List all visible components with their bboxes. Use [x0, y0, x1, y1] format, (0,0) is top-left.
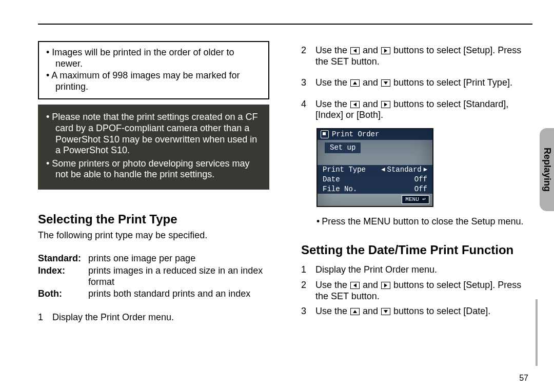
- section-tab-label: Replaying: [542, 148, 552, 192]
- lcd-key: File No.: [323, 185, 414, 194]
- text: Use the: [315, 77, 350, 88]
- step-body: Use the and buttons to select [Standard]…: [315, 99, 532, 121]
- info-item: A maximum of 998 images may be marked fo…: [46, 70, 261, 92]
- definition-row: Standard: prints one image per page: [38, 253, 269, 264]
- right-column: 2 Use the and buttons to select [Setup].…: [301, 41, 532, 372]
- up-arrow-icon: [350, 79, 360, 87]
- step-number: 2: [301, 280, 315, 291]
- lcd-value: Off: [414, 175, 427, 184]
- text: Standard: [387, 166, 422, 174]
- step-body: Use the and buttons to select [Print Typ…: [315, 77, 532, 89]
- step-item: 1 Display the Print Order menu.: [301, 264, 532, 276]
- lcd-setup-label: Set up: [325, 142, 361, 153]
- section-heading-print-type: Selecting the Print Type: [38, 212, 269, 227]
- steps-list: 1 Display the Print Order menu.: [38, 308, 269, 334]
- definition-row: Both: prints both standard prints and an…: [38, 288, 269, 300]
- step-body: Use the and buttons to select [Setup]. P…: [315, 280, 532, 302]
- step-item: 2 Use the and buttons to select [Setup].…: [301, 45, 532, 67]
- section-tab: Replaying: [540, 128, 554, 211]
- warning-item: Please note that the print settings crea…: [46, 112, 261, 156]
- step-item: 3 Use the and buttons to select [Date].: [301, 306, 532, 317]
- definition-term: Index:: [38, 265, 88, 277]
- text: and: [360, 280, 381, 290]
- side-rule: [536, 299, 538, 366]
- text: Use the: [315, 280, 350, 290]
- lcd-key: Date: [323, 175, 414, 184]
- print-type-definitions: Standard: prints one image per page Inde…: [38, 252, 269, 300]
- sub-note: Press the MENU button to close the Setup…: [316, 216, 532, 228]
- step-body: Use the and buttons to select [Date].: [315, 306, 532, 317]
- step-number: 3: [301, 77, 315, 89]
- steps-list: 1 Display the Print Order menu. 2 Use th…: [301, 260, 532, 321]
- info-item: Images will be printed in the order of o…: [46, 47, 261, 69]
- definition-row: Index: prints images in a reduced size i…: [38, 265, 269, 287]
- right-arrow-icon: [381, 101, 390, 108]
- step-number: 3: [301, 306, 315, 317]
- left-arrow-icon: [350, 47, 360, 54]
- down-arrow-icon: [381, 308, 390, 315]
- lcd-value: Off: [414, 185, 427, 194]
- text: buttons to select [Date].: [391, 306, 490, 316]
- text: buttons to select [Print Type].: [391, 77, 512, 88]
- lcd-header: Print Order: [318, 129, 432, 140]
- step-item: 4 Use the and buttons to select [Standar…: [301, 99, 532, 121]
- step-number: 4: [301, 99, 315, 110]
- manual-page: Images will be printed in the order of o…: [0, 0, 554, 392]
- section-lead: The following print type may be specifie…: [38, 230, 269, 241]
- step-item: 2 Use the and buttons to select [Setup].…: [301, 280, 532, 302]
- definition-term: Standard:: [38, 253, 88, 264]
- step-item: 1 Display the Print Order menu.: [38, 312, 269, 323]
- step-number: 2: [301, 45, 315, 56]
- lcd-menu-badge: MENU ↩: [402, 195, 429, 204]
- text: and: [360, 77, 381, 88]
- lcd-rows: Print Type ◀Standard▶ Date Off File No. …: [318, 165, 432, 194]
- content-columns: Images will be printed in the order of o…: [38, 41, 532, 372]
- warning-item: Some printers or photo developing servic…: [46, 158, 261, 180]
- down-arrow-icon: [381, 79, 390, 87]
- lcd-title: Print Order: [332, 130, 379, 139]
- text: Press the MENU button to close the Setup…: [322, 216, 523, 228]
- lcd-value: ◀Standard▶: [381, 166, 427, 174]
- lcd-key: Print Type: [323, 166, 381, 174]
- page-number: 57: [519, 374, 528, 383]
- step-body: Display the Print Order menu.: [52, 312, 269, 323]
- text: and: [360, 306, 381, 316]
- lcd-row: File No. Off: [318, 184, 432, 194]
- left-column: Images will be printed in the order of o…: [38, 41, 269, 372]
- steps-list: 2 Use the and buttons to select [Setup].…: [301, 41, 532, 126]
- lcd-row: Print Type ◀Standard▶: [318, 165, 432, 175]
- lcd-row: Date Off: [318, 175, 432, 184]
- text: Use the: [315, 99, 350, 109]
- print-icon: [321, 130, 329, 138]
- up-arrow-icon: [350, 308, 360, 315]
- step-item: 3 Use the and buttons to select [Print T…: [301, 77, 532, 89]
- text: Use the: [315, 45, 350, 55]
- right-arrow-icon: [381, 47, 390, 54]
- left-arrow-icon: [350, 282, 360, 289]
- step-body: Display the Print Order menu.: [315, 264, 532, 276]
- text: and: [360, 99, 381, 109]
- definition-term: Both:: [38, 288, 88, 300]
- step-number: 1: [301, 264, 315, 276]
- step-number: 1: [38, 312, 52, 323]
- info-box: Images will be printed in the order of o…: [38, 41, 269, 99]
- step-body: Use the and buttons to select [Setup]. P…: [315, 45, 532, 67]
- top-rule: [38, 24, 532, 25]
- right-arrow-icon: [381, 282, 390, 289]
- left-arrow-icon: [350, 101, 360, 108]
- section-heading-date-time: Setting the Date/Time Print Function: [301, 243, 532, 258]
- camera-lcd-screenshot: Print Order Set up Print Type ◀Standard▶…: [316, 128, 433, 207]
- definition-desc: prints both standard prints and an index: [88, 288, 269, 300]
- definition-desc: prints one image per page: [88, 253, 269, 264]
- text: and: [360, 45, 381, 55]
- text: Use the: [315, 306, 350, 316]
- warning-box: Please note that the print settings crea…: [38, 105, 269, 190]
- definition-desc: prints images in a reduced size in an in…: [88, 265, 269, 287]
